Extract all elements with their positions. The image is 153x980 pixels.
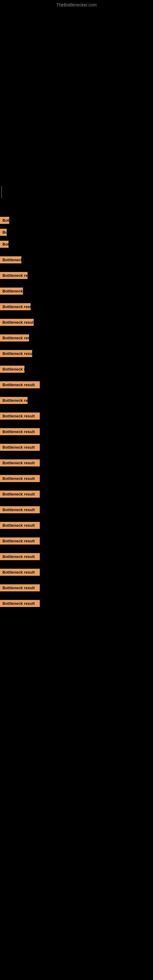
result-item: Bottleneck result: [0, 600, 153, 607]
result-label-19: Bottleneck result: [0, 491, 40, 498]
result-label-23: Bottleneck result: [0, 553, 40, 560]
result-item: Bottleneck result: [0, 303, 153, 310]
result-label-24: Bottleneck result: [0, 569, 40, 576]
results-section: Bottleneck result Bottleneck result Bott…: [0, 217, 153, 607]
result-label-18: Bottleneck result: [0, 475, 40, 482]
result-item: Bottleneck result: [0, 475, 153, 482]
result-label-12: Bottleneck result: [0, 381, 40, 388]
result-item: Bottleneck result: [0, 381, 153, 388]
result-label-21: Bottleneck result: [0, 522, 40, 529]
result-item: Bottleneck result: [0, 350, 153, 357]
result-label-11: Bottleneck result: [0, 366, 24, 373]
bottom-padding: [0, 609, 153, 628]
result-label-5: Bottleneck result: [0, 272, 27, 279]
result-item: Bottleneck result: [0, 506, 153, 513]
result-label-20: Bottleneck result: [0, 506, 40, 513]
result-item: Bottleneck result: [0, 584, 153, 591]
result-item: Bottleneck result: [0, 412, 153, 420]
result-item: Bottleneck result: [0, 319, 153, 326]
result-label-15: Bottleneck result: [0, 428, 40, 435]
result-item: Bottleneck result: [0, 272, 153, 279]
result-label-8: Bottleneck result: [0, 319, 33, 326]
result-label-9: Bottleneck result: [0, 334, 29, 342]
result-label-6: Bottleneck result: [0, 288, 23, 294]
result-label-22: Bottleneck result: [0, 538, 40, 544]
result-label-2: Bottleneck result: [0, 229, 7, 236]
result-label-17: Bottleneck result: [0, 460, 40, 466]
result-label-13: Bottleneck result: [0, 397, 27, 404]
result-item: Bottleneck result: [0, 217, 153, 224]
result-item: Bottleneck result: [0, 288, 153, 294]
result-item: Bottleneck result: [0, 444, 153, 451]
result-label-10: Bottleneck result: [0, 350, 32, 357]
cursor-bar: [1, 186, 2, 199]
result-item: Bottleneck result: [0, 397, 153, 404]
gap-section: [0, 199, 153, 214]
result-label-3: Bottleneck result: [0, 241, 9, 248]
result-label-14: Bottleneck result: [0, 412, 40, 420]
result-item: Bottleneck result: [0, 334, 153, 342]
chart-inner: [8, 9, 145, 186]
result-item: Bottleneck result: [0, 241, 153, 248]
result-label-25: Bottleneck result: [0, 584, 40, 591]
chart-area: [0, 9, 153, 186]
result-item: Bottleneck result: [0, 256, 153, 263]
result-item: Bottleneck result: [0, 491, 153, 498]
result-item: Bottleneck result: [0, 366, 153, 373]
result-item: Bottleneck result: [0, 428, 153, 435]
result-item: Bottleneck result: [0, 460, 153, 466]
site-title: TheBottlenecker.com: [0, 0, 153, 9]
result-label-7: Bottleneck result: [0, 303, 30, 310]
result-label-1: Bottleneck result: [0, 217, 9, 224]
result-item: Bottleneck result: [0, 538, 153, 544]
result-label-4: Bottleneck result: [0, 256, 21, 263]
result-item: Bottleneck result: [0, 569, 153, 576]
result-label-26: Bottleneck result: [0, 600, 40, 607]
result-item: Bottleneck result: [0, 553, 153, 560]
result-item: Bottleneck result: [0, 229, 153, 236]
result-item: Bottleneck result: [0, 522, 153, 529]
result-label-16: Bottleneck result: [0, 444, 40, 451]
